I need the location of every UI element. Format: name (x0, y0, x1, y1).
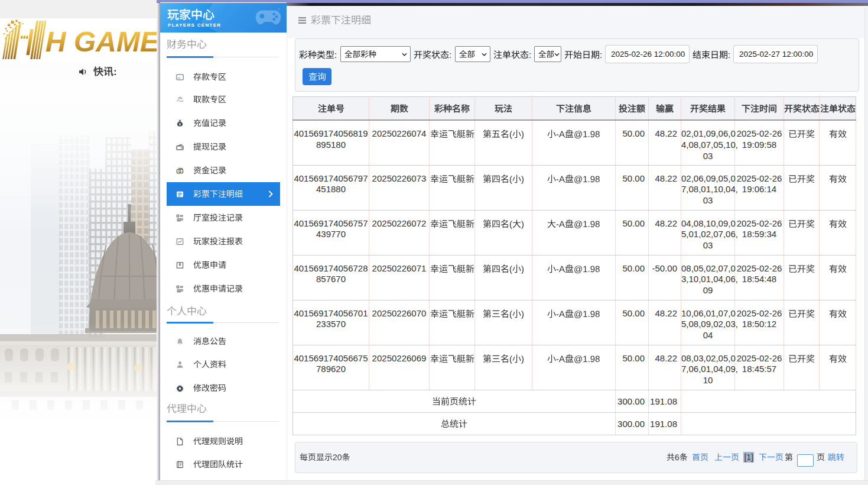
svg-text:H GAME: H GAME (45, 26, 157, 57)
